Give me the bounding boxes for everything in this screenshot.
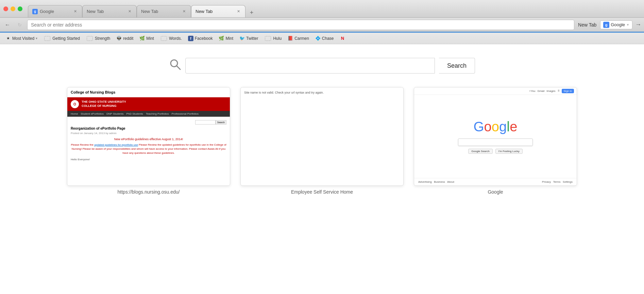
osu-nav-phd: PhD Students bbox=[126, 112, 143, 115]
thumbnail-osu[interactable]: College of Nursing Blogs O THE OHIO STAT… bbox=[67, 87, 230, 195]
osu-search-box[interactable] bbox=[195, 120, 216, 125]
page-title: New Tab bbox=[577, 22, 597, 28]
main-content: Search College of Nursing Blogs O THE OH… bbox=[0, 44, 644, 294]
bookmark-twitter-label: Twitter bbox=[246, 36, 258, 41]
tab-new3-close[interactable]: ✕ bbox=[236, 9, 241, 14]
osu-hello: Hello Everyone! bbox=[71, 158, 226, 161]
google-icon: g bbox=[603, 22, 609, 28]
bookmark-words[interactable]: Words. bbox=[157, 34, 185, 43]
tab-google[interactable]: g Google ✕ bbox=[28, 5, 82, 17]
google-logo-area: Google Google Search I'm Feeling Lucky bbox=[414, 95, 577, 178]
osu-nav-student: Student ePortfolios bbox=[81, 112, 104, 115]
tab-new1[interactable]: New Tab ✕ bbox=[82, 5, 137, 17]
google-top-bar: +You Gmail Images ⠿ Sign in bbox=[414, 87, 577, 95]
tab-google-close[interactable]: ✕ bbox=[72, 9, 78, 14]
google-label: Google bbox=[611, 22, 625, 27]
google-gmail-link: Gmail bbox=[537, 89, 544, 93]
bookmark-getting-started-label: Getting Started bbox=[52, 36, 80, 41]
bookmark-words-label: Words. bbox=[169, 36, 182, 41]
bookmark-getting-started[interactable]: Getting Started bbox=[41, 34, 83, 43]
thumbnail-google[interactable]: +You Gmail Images ⠿ Sign in Google Googl… bbox=[414, 87, 577, 195]
back-button[interactable]: ← bbox=[3, 20, 12, 30]
bookmark-facebook[interactable]: f Facebook bbox=[185, 34, 216, 43]
forward-button[interactable]: → bbox=[635, 21, 641, 28]
search-button[interactable]: Search bbox=[439, 58, 475, 74]
title-bar: g Google ✕ New Tab ✕ New Tab ✕ New Tab ✕… bbox=[0, 0, 644, 18]
search-icon bbox=[169, 58, 181, 73]
bookmark-strength[interactable]: Strength bbox=[83, 34, 113, 43]
bookmark-chase-label: Chase bbox=[322, 36, 334, 41]
window-controls bbox=[3, 6, 22, 11]
osu-search-row: Search bbox=[71, 120, 226, 125]
svg-line-1 bbox=[177, 66, 180, 69]
most-visited-icon: ★ bbox=[5, 36, 11, 41]
bookmarks-bar: ★ Most Visited ▾ Getting Started Strengt… bbox=[0, 33, 644, 44]
google-feeling-lucky-btn[interactable]: I'm Feeling Lucky bbox=[495, 149, 523, 154]
osu-post-title: Reorganization of ePortfolio Page bbox=[71, 127, 226, 130]
google-signin-button[interactable]: Sign in bbox=[562, 89, 574, 93]
minimize-button[interactable] bbox=[11, 6, 15, 11]
error-message: Site name is not valid. Check your url s… bbox=[244, 91, 400, 94]
bookmark-dotted-icon bbox=[44, 36, 50, 41]
google-search-engine-button[interactable]: g Google ▼ bbox=[600, 20, 632, 29]
thumbnail-error-label: Employee Self Service Home bbox=[240, 189, 404, 195]
google-you-link: +You bbox=[529, 89, 535, 93]
carmen-icon: 📕 bbox=[288, 36, 293, 41]
google-btns-row: Google Search I'm Feeling Lucky bbox=[468, 149, 522, 154]
bookmark-dotted-icon bbox=[87, 36, 93, 41]
bookmark-most-visited[interactable]: ★ Most Visited ▾ bbox=[3, 34, 40, 43]
thumbnail-error-frame: Site name is not valid. Check your url s… bbox=[240, 87, 404, 186]
search-input[interactable] bbox=[185, 58, 435, 74]
google-fake-input bbox=[458, 138, 533, 146]
thumbnail-osu-label: https://blogs.nursing.osu.edu/ bbox=[67, 189, 230, 195]
maximize-button[interactable] bbox=[18, 6, 22, 11]
google-search-btn[interactable]: Google Search bbox=[468, 149, 492, 154]
bookmark-chase[interactable]: 💠 Chase bbox=[312, 34, 337, 43]
bookmark-netflix[interactable]: N bbox=[337, 34, 348, 43]
osu-university-name: THE OHIO STATE UNIVERSITY bbox=[82, 100, 126, 104]
bookmark-mint1[interactable]: 🌿 Mint bbox=[137, 34, 157, 43]
tab-new2[interactable]: New Tab ✕ bbox=[137, 5, 191, 17]
reddit-icon: 👽 bbox=[116, 36, 122, 41]
bookmark-twitter[interactable]: 🐦 Twitter bbox=[237, 34, 261, 43]
thumbnail-osu-frame: College of Nursing Blogs O THE OHIO STAT… bbox=[67, 87, 230, 186]
osu-body-text: Please Review the updated guidelines for… bbox=[71, 143, 226, 155]
osu-header-text: THE OHIO STATE UNIVERSITY COLLEGE OF NUR… bbox=[82, 100, 126, 108]
bookmark-mint2-label: Mint bbox=[225, 36, 233, 41]
thumbnail-error[interactable]: Site name is not valid. Check your url s… bbox=[240, 87, 404, 195]
new-tab-button[interactable]: + bbox=[247, 8, 256, 17]
bookmark-most-visited-label: Most Visited bbox=[12, 36, 34, 41]
bookmark-strength-label: Strength bbox=[95, 36, 110, 41]
reload-button[interactable]: ↻ bbox=[15, 20, 24, 30]
bookmark-reddit[interactable]: 👽 reddit bbox=[114, 34, 136, 43]
osu-nav-dnp: DNP Students bbox=[106, 112, 124, 115]
tab-new2-label: New Tab bbox=[141, 9, 179, 14]
osu-college-name: COLLEGE OF NURSING bbox=[82, 104, 126, 108]
bookmark-hulu[interactable]: Hulu bbox=[261, 34, 284, 43]
tab-google-label: Google bbox=[40, 9, 70, 14]
osu-logo: O bbox=[71, 100, 79, 108]
thumbnail-google-frame: +You Gmail Images ⠿ Sign in Google Googl… bbox=[414, 87, 577, 186]
bookmark-carmen[interactable]: 📕 Carmen bbox=[285, 34, 312, 43]
tab-new3[interactable]: New Tab ✕ bbox=[191, 5, 245, 17]
address-bar[interactable] bbox=[27, 20, 574, 30]
osu-red-text1: New ePortfolio guidelines effective Augu… bbox=[71, 137, 226, 141]
tabs-container: g Google ✕ New Tab ✕ New Tab ✕ New Tab ✕… bbox=[28, 0, 641, 17]
tab-new1-close[interactable]: ✕ bbox=[127, 9, 132, 14]
nav-bar: ← ↻ New Tab g Google ▼ → bbox=[0, 18, 644, 33]
dropdown-icon: ▼ bbox=[626, 23, 629, 27]
back-icon: ← bbox=[5, 22, 10, 28]
google-bottom-left: Advertising Business About bbox=[418, 180, 454, 183]
bookmark-mint2[interactable]: 🌿 Mint bbox=[216, 34, 236, 43]
chevron-down-icon: ▾ bbox=[36, 36, 37, 40]
close-button[interactable] bbox=[3, 6, 8, 11]
osu-header: O THE OHIO STATE UNIVERSITY COLLEGE OF N… bbox=[67, 97, 230, 111]
bookmark-reddit-label: reddit bbox=[123, 36, 133, 41]
google-logo: Google bbox=[473, 119, 517, 134]
google-bottom-bar: Advertising Business About Privacy Terms… bbox=[414, 178, 577, 185]
osu-search-btn[interactable]: Search bbox=[216, 120, 226, 125]
tab-new2-close[interactable]: ✕ bbox=[181, 9, 187, 14]
bookmark-carmen-label: Carmen bbox=[294, 36, 309, 41]
netflix-icon: N bbox=[340, 36, 345, 41]
osu-nav-home: Home bbox=[71, 112, 78, 115]
